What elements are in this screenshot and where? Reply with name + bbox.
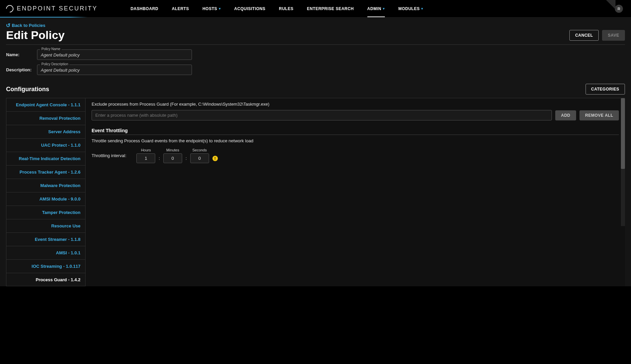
save-button[interactable]: SAVE: [602, 30, 625, 41]
seconds-header: Seconds: [192, 148, 207, 152]
sidebar-item[interactable]: IOC Streaming - 1.0.117: [6, 260, 85, 273]
sidebar-item-label: Removal Protection: [39, 116, 80, 121]
event-throttling-desc: Throttle sending Process Guard events fr…: [92, 138, 619, 143]
description-row: Description: Policy Description: [6, 65, 625, 75]
top-navbar: ENDPOINT SECURITY DASHBOARDALERTSHOSTS▾A…: [0, 0, 631, 17]
event-throttling-title: Event Throttling: [92, 128, 619, 135]
nav-item-label: ENTERPRISE SEARCH: [307, 6, 354, 11]
page-title: Edit Policy: [6, 29, 65, 42]
description-fieldset: Policy Description: [37, 65, 192, 75]
logo-icon: [4, 3, 15, 14]
sidebar-item-label: Resource Use: [51, 223, 80, 228]
avatar[interactable]: R: [615, 5, 623, 13]
chevron-down-icon: ▾: [219, 7, 221, 10]
sidebar-item[interactable]: AMSI - 1.0.1: [6, 246, 85, 260]
sidebar-item[interactable]: Malware Protection: [6, 179, 85, 192]
seconds-input[interactable]: [190, 153, 209, 163]
back-link-label: Back to Policies: [12, 23, 45, 28]
sidebar-item[interactable]: UAC Protect - 1.1.0: [6, 139, 85, 152]
sidebar-item[interactable]: Tamper Protection: [6, 206, 85, 219]
categories-button[interactable]: CATEGORIES: [586, 84, 625, 95]
corner-decoration: [606, 0, 616, 9]
nav-item-alerts[interactable]: ALERTS: [165, 0, 196, 17]
brand-underline: [0, 17, 88, 17]
nav-item-label: DASHBOARD: [131, 6, 159, 11]
sidebar-item[interactable]: Removal Protection: [6, 112, 85, 125]
content-scrollbar-thumb[interactable]: [621, 98, 625, 169]
sidebar-item[interactable]: Real-Time Indicator Detection: [6, 152, 85, 166]
sidebar-item-label: UAC Protect - 1.1.0: [41, 143, 80, 148]
sidebar-item[interactable]: Endpoint Agent Console - 1.1.1: [6, 98, 85, 112]
nav-item-label: ADMIN: [367, 6, 381, 11]
sidebar-item-label: Endpoint Agent Console - 1.1.1: [16, 102, 80, 107]
back-to-policies-link[interactable]: ↻ Back to Policies: [6, 22, 45, 29]
warning-icon: !: [212, 156, 218, 161]
colon-separator: :: [159, 156, 160, 161]
chevron-down-icon: ▾: [421, 7, 423, 10]
policy-description-input[interactable]: [41, 68, 188, 73]
throttle-row: Throttling interval: Hours : Minutes : S…: [92, 148, 619, 163]
sidebar-item-label: Tamper Protection: [42, 210, 80, 215]
nav-item-dashboard[interactable]: DASHBOARD: [124, 0, 165, 17]
hours-input[interactable]: [136, 153, 155, 163]
policy-name-input[interactable]: [41, 52, 188, 58]
minutes-input[interactable]: [163, 153, 182, 163]
brand-text: ENDPOINT SECURITY: [17, 5, 98, 12]
sidebar-item[interactable]: Event Streamer - 1.1.8: [6, 233, 85, 246]
sidebar-item-label: IOC Streaming - 1.0.117: [32, 264, 80, 269]
throttle-interval-label: Throttling interval:: [92, 153, 126, 158]
sidebar-item-label: Real-Time Indicator Detection: [19, 156, 80, 161]
description-legend: Policy Description: [40, 62, 69, 66]
hours-group: Hours: [136, 148, 155, 163]
exclusion-hint: Exclude processes from Process Guard (Fo…: [92, 102, 619, 107]
name-label: Name:: [6, 52, 37, 57]
process-exclusion-input[interactable]: [92, 110, 552, 120]
nav-menu: DASHBOARDALERTSHOSTS▾ACQUISITIONSRULESEN…: [124, 0, 430, 17]
page-header: Edit Policy CANCEL SAVE: [6, 29, 625, 45]
remove-all-button[interactable]: REMOVE ALL: [579, 110, 619, 120]
nav-item-rules[interactable]: RULES: [272, 0, 300, 17]
name-legend: Policy Name: [40, 47, 62, 51]
page-body: ↻ Back to Policies Edit Policy CANCEL SA…: [0, 17, 631, 286]
configurations-title: Configurations: [6, 86, 49, 93]
cancel-button[interactable]: CANCEL: [569, 30, 599, 41]
description-label: Description:: [6, 67, 37, 72]
add-button[interactable]: ADD: [555, 110, 576, 120]
nav-item-modules[interactable]: MODULES▾: [392, 0, 430, 17]
name-row: Name: Policy Name: [6, 49, 625, 60]
sidebar-item-label: Server Address: [48, 129, 80, 134]
sidebar-item-label: AMSI - 1.0.1: [56, 250, 80, 255]
chevron-down-icon: ▾: [383, 7, 385, 10]
sidebar-item-label: Process Tracker Agent - 1.2.6: [20, 170, 80, 175]
header-actions: CANCEL SAVE: [569, 30, 625, 41]
nav-item-hosts[interactable]: HOSTS▾: [196, 0, 227, 17]
nav-item-acquisitions[interactable]: ACQUISITIONS: [228, 0, 272, 17]
sidebar-item-label: AMSI Module - 9.0.0: [39, 196, 80, 202]
config-header: Configurations CATEGORIES: [6, 84, 625, 95]
nav-item-label: HOSTS: [202, 6, 217, 11]
name-fieldset: Policy Name: [37, 49, 192, 60]
sidebar-item-label: Event Streamer - 1.1.8: [35, 237, 80, 242]
nav-item-admin[interactable]: ADMIN▾: [361, 0, 392, 17]
config-body: Endpoint Agent Console - 1.1.1Removal Pr…: [6, 98, 625, 286]
sidebar-item-label: Process Guard - 1.4.2: [36, 277, 80, 282]
back-arrow-icon: ↻: [6, 22, 10, 29]
sidebar-item[interactable]: Resource Use: [6, 219, 85, 233]
sidebar-item[interactable]: Process Guard - 1.4.2: [6, 273, 85, 286]
seconds-group: Seconds: [190, 148, 209, 163]
hours-header: Hours: [141, 148, 151, 152]
nav-item-label: MODULES: [398, 6, 420, 11]
config-content: Exclude processes from Process Guard (Fo…: [86, 98, 625, 286]
config-sidebar[interactable]: Endpoint Agent Console - 1.1.1Removal Pr…: [6, 98, 86, 286]
topbar-right: R: [615, 5, 631, 13]
minutes-group: Minutes: [163, 148, 182, 163]
exclusion-input-row: ADD REMOVE ALL: [92, 110, 619, 120]
sidebar-item[interactable]: Server Address: [6, 125, 85, 139]
nav-item-label: ALERTS: [172, 6, 189, 11]
nav-item-enterprise-search[interactable]: ENTERPRISE SEARCH: [300, 0, 360, 17]
minutes-header: Minutes: [166, 148, 179, 152]
sidebar-item[interactable]: Process Tracker Agent - 1.2.6: [6, 166, 85, 179]
brand-area: ENDPOINT SECURITY: [0, 0, 104, 17]
sidebar-item[interactable]: AMSI Module - 9.0.0: [6, 192, 85, 206]
nav-item-label: RULES: [279, 6, 293, 11]
